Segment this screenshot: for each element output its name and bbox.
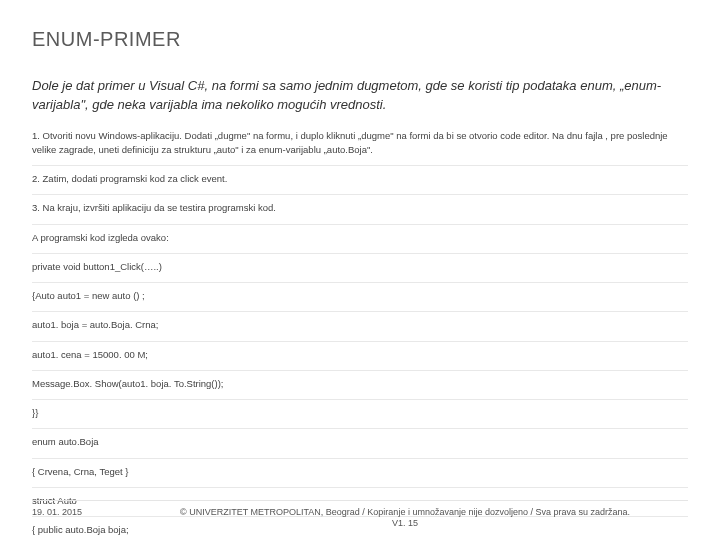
slide-content: ENUM-PRIMER Dole je dat primer u Visual … bbox=[0, 0, 720, 540]
footer-copyright: © UNIVERZITET METROPOLITAN, Beograd / Ko… bbox=[122, 507, 688, 530]
footer-date: 19. 01. 2015 bbox=[32, 507, 82, 517]
code-line: { Crvena, Crna, Teget } bbox=[32, 465, 688, 488]
intro-text: Dole je dat primer u Visual C#, na formi… bbox=[32, 77, 688, 115]
step-3: 3. Na kraju, izvršiti aplikaciju da se t… bbox=[32, 201, 688, 224]
code-line: Message.Box. Show(auto1. boja. To.String… bbox=[32, 377, 688, 400]
code-intro: A programski kod izgleda ovako: bbox=[32, 231, 688, 254]
code-line: }} bbox=[32, 406, 688, 429]
page-title: ENUM-PRIMER bbox=[32, 28, 688, 51]
code-line: {Auto auto1 = new auto () ; bbox=[32, 289, 688, 312]
footer: 19. 01. 2015 © UNIVERZITET METROPOLITAN,… bbox=[32, 500, 688, 530]
code-line: private void button1_Click(…..) bbox=[32, 260, 688, 283]
code-line: enum auto.Boja bbox=[32, 435, 688, 458]
step-2: 2. Zatim, dodati programski kod za click… bbox=[32, 172, 688, 195]
code-line: auto1. cena = 15000. 00 M; bbox=[32, 348, 688, 371]
step-1: 1. Otvoriti novu Windows-aplikaciju. Dod… bbox=[32, 129, 688, 167]
code-line: auto1. boja = auto.Boja. Crna; bbox=[32, 318, 688, 341]
